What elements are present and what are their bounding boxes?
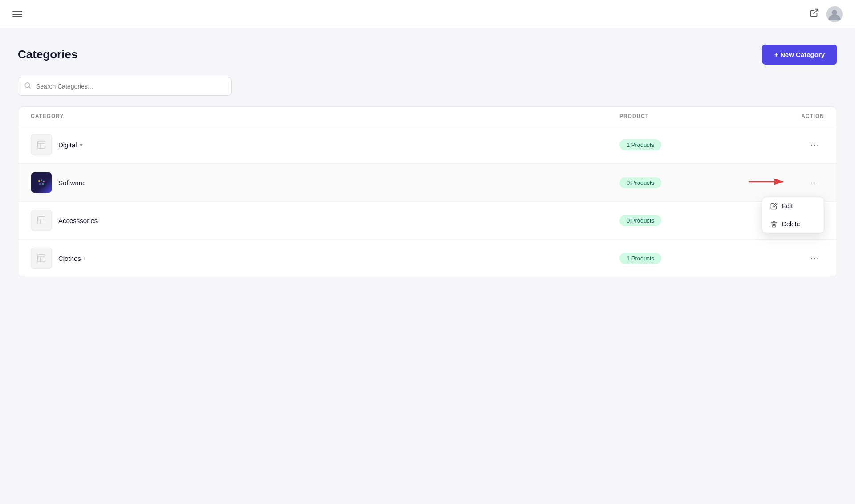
category-name-software: Software xyxy=(58,179,85,187)
new-category-button[interactable]: + New Category xyxy=(762,45,837,65)
nav-right xyxy=(810,6,843,22)
more-actions-button-software[interactable]: ··· xyxy=(806,175,824,190)
avatar[interactable] xyxy=(826,6,843,22)
hamburger-icon[interactable] xyxy=(12,11,22,17)
svg-rect-15 xyxy=(38,217,45,224)
svg-point-11 xyxy=(39,183,41,185)
product-count-software: 0 Products xyxy=(619,177,735,188)
categories-table: CATEGORY PRODUCT ACTION Digital ▾ 1 Pro xyxy=(18,106,837,277)
svg-rect-16 xyxy=(38,255,45,262)
page-header: Categories + New Category xyxy=(18,45,837,65)
category-icon-clothes xyxy=(31,248,52,269)
column-header-product: PRODUCT xyxy=(619,113,735,119)
svg-point-8 xyxy=(41,179,42,181)
page-title: Categories xyxy=(18,48,77,61)
category-cell-clothes: Clothes › xyxy=(31,248,619,269)
column-header-action: ACTION xyxy=(735,113,824,119)
category-icon-accesssories xyxy=(31,210,52,231)
svg-point-10 xyxy=(42,183,44,185)
product-count-clothes: 1 Products xyxy=(619,253,735,264)
svg-line-0 xyxy=(814,9,818,14)
table-row: Digital ▾ 1 Products ··· xyxy=(18,126,837,164)
action-cell-clothes: ··· xyxy=(735,251,824,266)
category-cell-software: Software xyxy=(31,172,619,193)
table-header: CATEGORY PRODUCT ACTION xyxy=(18,107,837,126)
category-cell-digital: Digital ▾ xyxy=(31,134,619,155)
product-count-accesssories: 0 Products xyxy=(619,215,735,226)
chevron-right-icon: › xyxy=(84,255,86,262)
action-cell-digital: ··· xyxy=(735,138,824,152)
more-actions-button-digital[interactable]: ··· xyxy=(806,138,824,152)
category-name-clothes: Clothes › xyxy=(58,255,86,262)
top-navigation xyxy=(0,0,855,28)
category-cell-accesssories: Accesssories xyxy=(31,210,619,231)
table-row: Accesssories 0 Products ··· xyxy=(18,202,837,240)
arrow-annotation xyxy=(749,176,789,189)
category-icon-digital xyxy=(31,134,52,155)
edit-button[interactable]: Edit xyxy=(762,197,824,215)
main-content: Categories + New Category CATEGORY PRODU… xyxy=(0,28,855,293)
table-row: Software 0 Products xyxy=(18,164,837,202)
action-cell-software: ··· Edit xyxy=(735,175,824,190)
category-icon-software xyxy=(31,172,52,193)
search-wrapper xyxy=(18,77,232,96)
category-name-accesssories: Accesssories xyxy=(58,217,98,224)
product-count-digital: 1 Products xyxy=(619,139,735,150)
svg-rect-5 xyxy=(38,141,45,149)
chevron-down-icon: ▾ xyxy=(80,142,83,148)
svg-point-9 xyxy=(43,181,45,182)
table-row: Clothes › 1 Products ··· xyxy=(18,240,837,277)
svg-point-7 xyxy=(38,180,40,182)
search-input[interactable] xyxy=(18,77,232,96)
category-name-digital: Digital ▾ xyxy=(58,141,83,149)
column-header-category: CATEGORY xyxy=(31,113,619,119)
nav-left xyxy=(12,11,22,17)
delete-button[interactable]: Delete xyxy=(762,215,824,233)
svg-point-12 xyxy=(41,183,42,183)
actions-dropdown-software: Edit Delete xyxy=(762,197,824,233)
more-actions-button-clothes[interactable]: ··· xyxy=(806,251,824,266)
external-link-icon[interactable] xyxy=(810,8,819,20)
